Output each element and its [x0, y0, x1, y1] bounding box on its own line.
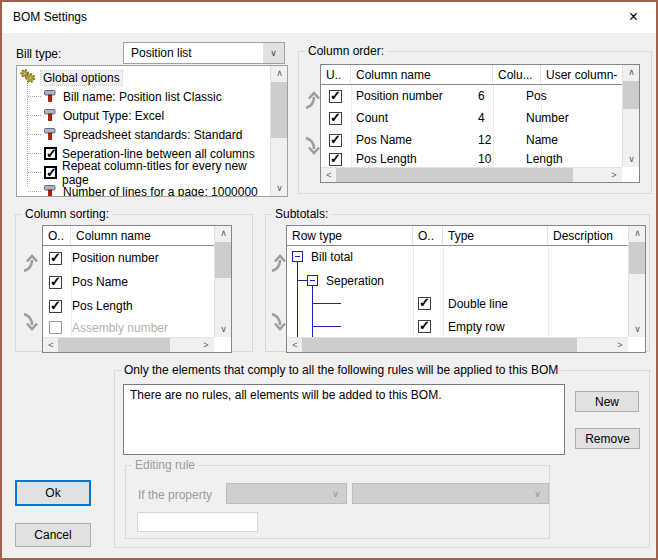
header-cell[interactable]: U.. — [321, 65, 351, 84]
subtotal-node-seperation[interactable]: Seperation — [326, 274, 384, 288]
move-up-button[interactable] — [19, 253, 41, 275]
header-cell[interactable]: Description — [548, 226, 628, 245]
column-sorting-header: O.. Column name — [43, 226, 214, 246]
remove-button[interactable]: Remove — [575, 428, 640, 449]
scroll-down-icon[interactable]: ∨ — [629, 322, 646, 337]
scroll-up-icon[interactable]: ∧ — [629, 226, 646, 241]
scroll-left-icon[interactable]: < — [43, 338, 59, 353]
cell-width: 6 — [472, 89, 520, 103]
table-row[interactable]: Count 4 Number — [321, 107, 621, 129]
checkbox[interactable] — [329, 112, 342, 125]
scroll-up-icon[interactable]: ∧ — [271, 66, 288, 81]
scroll-right-icon[interactable]: > — [612, 338, 628, 353]
subtotals-label: Subtotals: — [272, 207, 331, 221]
checkbox[interactable] — [44, 166, 57, 179]
column-sorting-vscrollbar[interactable]: ∧ ∨ — [214, 226, 231, 337]
cell-column-name: Pos Name — [342, 133, 472, 147]
scroll-left-icon[interactable]: < — [321, 168, 337, 183]
scroll-left-icon[interactable]: < — [287, 338, 303, 353]
column-order-vscrollbar[interactable]: ∧ ∨ — [622, 65, 639, 167]
chevron-down-icon: ∨ — [527, 484, 548, 503]
cell-column-name: Position number — [62, 251, 159, 265]
header-cell[interactable]: Column name — [71, 226, 213, 245]
collapse-icon[interactable] — [307, 275, 318, 286]
tree-item-repeat-titles[interactable]: Repeat column-titles for every new page — [19, 163, 268, 182]
header-cell[interactable]: Column name — [351, 65, 493, 84]
scrollbar-thumb[interactable] — [271, 82, 287, 138]
column-order-label: Column order: — [305, 44, 387, 58]
subtotal-type-double-line[interactable]: Double line — [448, 297, 508, 311]
hammer-icon — [43, 183, 58, 198]
header-cell[interactable]: Type — [443, 226, 548, 245]
scroll-right-icon[interactable]: > — [606, 168, 622, 183]
subtotal-node-bill-total[interactable]: Bill total — [311, 250, 353, 264]
scrollbar-thumb[interactable] — [302, 338, 577, 352]
move-down-button[interactable] — [19, 310, 41, 332]
close-icon[interactable]: × — [611, 2, 656, 33]
rules-list-text: There are no rules, all elements will be… — [130, 388, 441, 402]
header-cell[interactable]: O.. — [43, 226, 71, 245]
header-cell[interactable]: Row type — [287, 226, 413, 245]
checkbox[interactable] — [329, 90, 342, 103]
scrollbar-thumb[interactable] — [336, 168, 573, 182]
checkbox[interactable] — [49, 276, 62, 289]
checkbox[interactable] — [44, 147, 57, 160]
hammer-icon — [43, 107, 58, 125]
checkbox[interactable] — [49, 300, 62, 313]
scroll-up-icon[interactable]: ∧ — [215, 226, 232, 241]
column-order-hscrollbar[interactable]: < > — [321, 167, 622, 182]
column-sorting-hscrollbar[interactable]: < > — [43, 337, 214, 352]
ok-button[interactable]: Ok — [15, 480, 91, 506]
header-cell[interactable]: Colu... — [493, 65, 541, 84]
scroll-up-icon[interactable]: ∧ — [623, 65, 640, 80]
scroll-down-icon[interactable]: ∨ — [215, 322, 232, 337]
table-row[interactable]: Position number — [43, 246, 213, 270]
table-row[interactable]: Pos Length — [43, 294, 213, 318]
scroll-down-icon[interactable]: ∨ — [271, 181, 288, 196]
cell-user-name: Name — [520, 133, 558, 147]
checkbox[interactable] — [49, 252, 62, 265]
tree-item-label: Output Type: Excel — [63, 109, 164, 123]
cell-width: 12 — [472, 133, 520, 147]
subtotals-vscrollbar[interactable]: ∧ ∨ — [628, 226, 645, 337]
cell-user-name: Number — [520, 111, 569, 125]
tree-item-spreadsheet-standards[interactable]: Spreadsheet standards: Standard — [19, 125, 268, 144]
tree-item-output-type[interactable]: Output Type: Excel — [19, 106, 268, 125]
scrollbar-thumb[interactable] — [215, 242, 231, 278]
tree-item-global-options[interactable]: Global options — [19, 68, 268, 87]
column-order-group: Column order: U.. Column name Colu... Us… — [298, 51, 652, 194]
column-sorting-label: Column sorting: — [22, 207, 112, 221]
scrollbar-thumb[interactable] — [629, 242, 645, 274]
checkbox[interactable] — [418, 320, 431, 333]
tree-item-number-of-lines[interactable]: Number of lines for a page: 1000000 — [19, 182, 268, 197]
cancel-button[interactable]: Cancel — [15, 523, 91, 547]
checkbox[interactable] — [329, 153, 342, 166]
tree-item-bill-name[interactable]: Bill name: Position list Classic — [19, 87, 268, 106]
table-row[interactable]: Pos Name 12 Name — [321, 129, 621, 151]
table-row[interactable]: Pos Length 10 Length — [321, 151, 621, 167]
table-row[interactable]: Assembly number — [43, 318, 213, 337]
subtotal-type-empty-row[interactable]: Empty row — [448, 320, 505, 334]
rules-list[interactable]: There are no rules, all elements will be… — [123, 384, 565, 455]
chevron-down-icon: ∨ — [325, 484, 346, 503]
scrollbar-thumb[interactable] — [623, 81, 639, 109]
new-button[interactable]: New — [575, 391, 639, 412]
scroll-right-icon[interactable]: > — [198, 338, 214, 353]
chevron-down-icon[interactable]: ∨ — [263, 43, 284, 63]
scrollbar-thumb[interactable] — [58, 338, 170, 352]
rules-group-label: Only the elements that comply to all the… — [121, 363, 561, 377]
header-cell[interactable]: User column- — [541, 65, 621, 84]
tree-line — [312, 286, 313, 337]
subtotals-hscrollbar[interactable]: < > — [287, 337, 628, 352]
window-title: BOM Settings — [13, 10, 87, 24]
table-row[interactable]: Pos Name — [43, 270, 213, 294]
checkbox[interactable] — [49, 321, 62, 334]
tree-vscrollbar[interactable]: ∧ ∨ — [270, 66, 287, 196]
checkbox[interactable] — [329, 134, 342, 147]
header-cell[interactable]: O.. — [413, 226, 443, 245]
collapse-icon[interactable] — [292, 251, 303, 262]
table-row[interactable]: Position number 6 Pos — [321, 85, 621, 107]
bill-type-select[interactable]: Position list ∨ — [123, 42, 285, 64]
scroll-down-icon[interactable]: ∨ — [623, 152, 640, 167]
checkbox[interactable] — [418, 297, 431, 310]
